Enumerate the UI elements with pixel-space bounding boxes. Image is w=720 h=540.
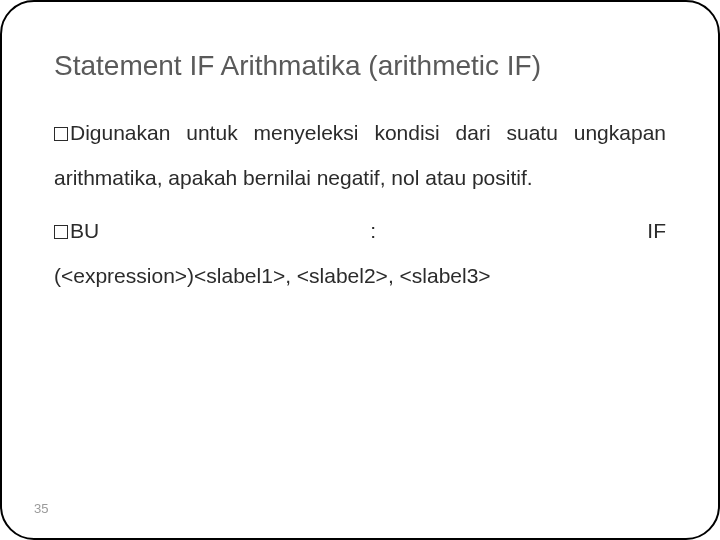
square-bullet-icon xyxy=(54,225,68,239)
bullet-item-2: BU : IF (<expression>)<slabel1>, <slabel… xyxy=(54,208,666,298)
bullet-1-cont2: atau positif. xyxy=(425,166,532,189)
bullet-2-left-group: BU xyxy=(54,208,99,253)
bullet-1-rest: untuk menyeleksi kondisi dari suatu xyxy=(170,121,557,144)
slide-frame: Statement IF Arithmatika (arithmetic IF)… xyxy=(0,0,720,540)
bullet-1-lead: Digunakan xyxy=(70,121,170,144)
slide-title: Statement IF Arithmatika (arithmetic IF) xyxy=(54,50,666,82)
bullet-2-right: IF xyxy=(647,208,666,253)
bullet-2-left: BU xyxy=(70,219,99,242)
bullet-2-cont1: (<expression>)<slabel1>, <slabel2>, <sla… xyxy=(54,253,666,298)
bullet-2-mid: : xyxy=(370,208,376,253)
bullet-item-1: Digunakan untuk menyeleksi kondisi dari … xyxy=(54,110,666,200)
slide-body: Digunakan untuk menyeleksi kondisi dari … xyxy=(54,110,666,299)
square-bullet-icon xyxy=(54,127,68,141)
bullet-2-line1: BU : IF xyxy=(54,208,666,253)
page-number: 35 xyxy=(34,501,48,516)
